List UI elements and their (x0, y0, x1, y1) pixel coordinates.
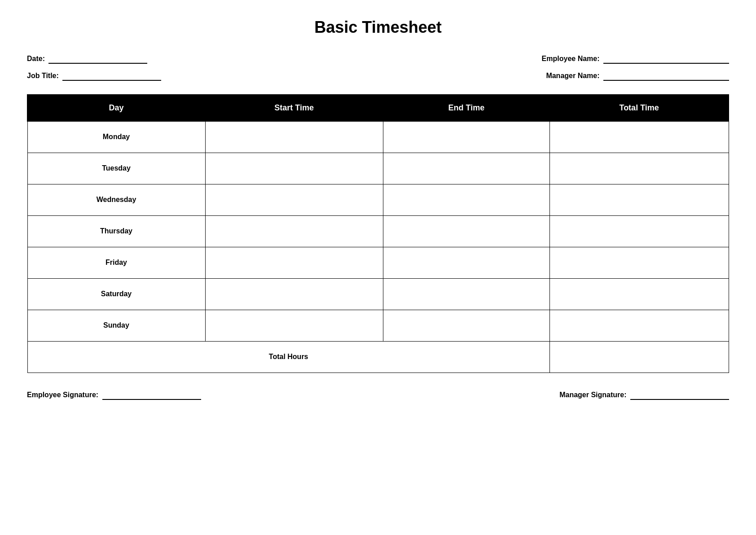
end-time-cell[interactable] (383, 184, 549, 215)
manager-name-label: Manager Name: (546, 72, 599, 79)
col-header-total-time: Total Time (549, 95, 729, 121)
date-label: Date: (27, 55, 45, 62)
manager-signature-underline (630, 391, 729, 400)
employee-name-underline (603, 55, 729, 64)
day-cell: Wednesday (27, 184, 205, 215)
manager-name-underline (603, 72, 729, 81)
start-time-cell[interactable] (205, 121, 383, 153)
table-row: Thursday (27, 215, 729, 247)
total-hours-label: Total Hours (27, 341, 549, 373)
table-row: Sunday (27, 310, 729, 341)
manager-signature-field: Manager Signature: (559, 391, 729, 400)
end-time-cell[interactable] (383, 247, 549, 278)
day-cell: Monday (27, 121, 205, 153)
employee-name-label: Employee Name: (542, 55, 600, 62)
table-row: Wednesday (27, 184, 729, 215)
page-title: Basic Timesheet (27, 18, 729, 37)
day-cell: Friday (27, 247, 205, 278)
employee-signature-label: Employee Signature: (27, 391, 98, 399)
form-fields: Date: Employee Name: Job Title: Manager … (27, 55, 729, 81)
job-title-underline (62, 72, 161, 81)
col-header-end-time: End Time (383, 95, 549, 121)
timesheet-table: Day Start Time End Time Total Time Monda… (27, 94, 729, 373)
start-time-cell[interactable] (205, 278, 383, 310)
total-time-cell (549, 215, 729, 247)
employee-signature-underline (102, 391, 201, 400)
total-time-cell (549, 278, 729, 310)
table-row: Saturday (27, 278, 729, 310)
employee-signature-field: Employee Signature: (27, 391, 201, 400)
start-time-cell[interactable] (205, 310, 383, 341)
total-time-cell (549, 121, 729, 153)
job-title-label: Job Title: (27, 72, 59, 79)
col-header-day: Day (27, 95, 205, 121)
end-time-cell[interactable] (383, 121, 549, 153)
employee-name-field: Employee Name: (542, 55, 729, 64)
day-cell: Saturday (27, 278, 205, 310)
end-time-cell[interactable] (383, 215, 549, 247)
total-hours-row: Total Hours (27, 341, 729, 373)
date-underline (48, 55, 147, 64)
end-time-cell[interactable] (383, 278, 549, 310)
table-header-row: Day Start Time End Time Total Time (27, 95, 729, 121)
signature-row: Employee Signature: Manager Signature: (27, 391, 729, 400)
total-hours-value (549, 341, 729, 373)
start-time-cell[interactable] (205, 215, 383, 247)
day-cell: Sunday (27, 310, 205, 341)
day-cell: Tuesday (27, 153, 205, 184)
total-time-cell (549, 247, 729, 278)
table-row: Monday (27, 121, 729, 153)
start-time-cell[interactable] (205, 184, 383, 215)
day-cell: Thursday (27, 215, 205, 247)
col-header-start-time: Start Time (205, 95, 383, 121)
table-row: Tuesday (27, 153, 729, 184)
start-time-cell[interactable] (205, 153, 383, 184)
total-time-cell (549, 153, 729, 184)
form-row-1: Date: Employee Name: (27, 55, 729, 64)
manager-signature-label: Manager Signature: (559, 391, 626, 399)
total-time-cell (549, 184, 729, 215)
job-title-field: Job Title: (27, 72, 161, 81)
end-time-cell[interactable] (383, 310, 549, 341)
table-row: Friday (27, 247, 729, 278)
form-row-2: Job Title: Manager Name: (27, 72, 729, 81)
total-time-cell (549, 310, 729, 341)
manager-name-field: Manager Name: (546, 72, 729, 81)
start-time-cell[interactable] (205, 247, 383, 278)
date-field: Date: (27, 55, 147, 64)
end-time-cell[interactable] (383, 153, 549, 184)
